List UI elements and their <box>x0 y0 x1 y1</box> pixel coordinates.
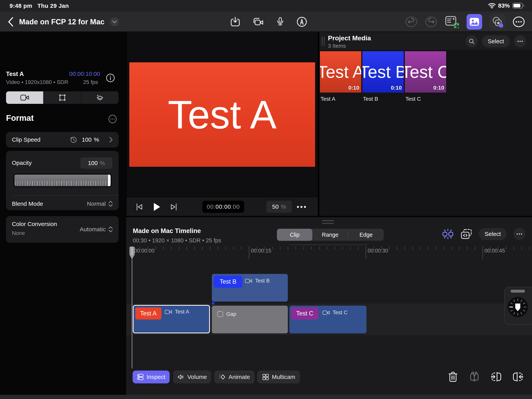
jog-wheel-widget[interactable] <box>504 287 532 325</box>
opacity-slider[interactable] <box>14 174 111 187</box>
updown-chevrons-icon <box>108 201 113 207</box>
project-sync-icon[interactable] <box>445 16 459 28</box>
video-frame[interactable]: Test A <box>129 62 315 167</box>
animate-keyframe-icon <box>219 373 226 381</box>
timeline-panel: Made on Mac Timeline 00:30 • 1920 × 1080… <box>126 217 532 395</box>
clip-connector-dot <box>212 302 214 304</box>
clip-name: Test C <box>333 309 348 316</box>
delete-icon[interactable] <box>448 371 458 382</box>
wifi-icon <box>488 3 496 9</box>
undo-icon[interactable] <box>405 16 418 27</box>
more-menu-icon[interactable] <box>513 16 525 27</box>
timeline-ruler[interactable] <box>132 247 532 250</box>
viewer-timecode[interactable]: 00:00:00:00 <box>202 201 244 213</box>
project-menu-button[interactable] <box>110 17 119 26</box>
panel-drag-handle[interactable] <box>322 37 325 46</box>
date: Thu 29 Jan <box>37 3 69 9</box>
media-item-test-a[interactable]: Test A 0:10 <box>320 51 361 93</box>
search-icon[interactable] <box>466 35 478 47</box>
timeline-clip-test-c[interactable]: Test C Test C <box>289 306 367 333</box>
viewer-zoom-value: 50 <box>272 203 279 210</box>
titles-effects-button[interactable] <box>489 14 505 30</box>
clip-name: Gap <box>226 311 236 317</box>
ruler-label: 00:00:45 <box>482 248 505 254</box>
tab-video[interactable] <box>6 91 44 104</box>
clip-speed-unit: % <box>94 136 99 143</box>
timeline-clip-gap[interactable]: Gap <box>212 306 288 333</box>
inspector-tabs <box>6 91 119 104</box>
redo-icon[interactable] <box>425 16 437 27</box>
volume-button[interactable]: Volume <box>173 371 211 383</box>
timeline-more-icon[interactable] <box>513 228 525 240</box>
tab-effects[interactable] <box>81 91 119 104</box>
media-item-label: Test C <box>405 96 421 102</box>
color-conversion-value[interactable]: Automatic <box>80 226 106 233</box>
clip-speed-card[interactable]: Clip Speed 100 % <box>6 132 119 148</box>
clock: 9:48 pm <box>10 3 32 9</box>
timeline-clip-test-b[interactable]: Test B Test B <box>212 274 288 302</box>
play-icon[interactable] <box>152 202 161 212</box>
back-icon[interactable] <box>8 17 14 27</box>
clip-name: Test A <box>175 309 189 315</box>
media-more-icon[interactable] <box>514 35 526 47</box>
blend-mode-label: Blend Mode <box>12 200 43 207</box>
inspect-button[interactable]: Inspect <box>133 371 170 383</box>
pencil-tool-icon[interactable] <box>296 16 307 27</box>
updown-chevrons-icon <box>108 226 113 232</box>
tab-transform[interactable] <box>44 91 81 104</box>
inspect-icon <box>137 373 144 380</box>
project-media-header: Project Media 3 Items Select <box>319 32 532 51</box>
gap-icon <box>217 311 223 317</box>
split-scissors-icon[interactable] <box>469 371 480 382</box>
inspector-clip-duration: 00:00:10:00 <box>68 71 100 77</box>
divider <box>12 195 119 196</box>
fcp-ipad-app: 9:48 pmThu 29 Jan 83% <box>0 0 532 399</box>
battery-icon <box>512 3 524 9</box>
info-icon[interactable] <box>106 73 115 83</box>
mode-range[interactable]: Range <box>312 229 348 241</box>
viewer-more-icon[interactable] <box>296 204 306 210</box>
project-title[interactable]: Made on FCP 12 for Mac <box>19 18 105 26</box>
media-item-test-c[interactable]: Test C 0:10 <box>405 51 446 93</box>
opacity-unit: % <box>100 160 105 166</box>
media-item-label: Test B <box>363 96 378 102</box>
animate-button[interactable]: Animate <box>214 371 254 383</box>
project-media-panel: Project Media 3 Items Select Test A 0:10 <box>319 32 532 216</box>
project-media-count: 3 Items <box>328 43 346 49</box>
viewer-zoom-field[interactable]: 50 % <box>266 201 292 213</box>
record-video-icon[interactable] <box>252 16 264 27</box>
viewer-panel: Test A 00:00:00:00 <box>127 32 318 216</box>
opacity-value-field[interactable]: 100 % <box>80 157 112 169</box>
media-select-button[interactable]: Select <box>482 35 510 47</box>
clip-speed-value: 100 <box>82 136 92 143</box>
playhead-line <box>132 247 132 368</box>
mode-edge[interactable]: Edge <box>348 229 384 241</box>
timeline-clip-test-a[interactable]: Test A Test A <box>133 305 210 333</box>
next-frame-icon[interactable] <box>170 203 177 211</box>
playhead-handle[interactable] <box>129 247 134 259</box>
insert-clip-icon[interactable] <box>491 372 502 382</box>
multicam-button[interactable]: Multicam <box>257 371 300 383</box>
opacity-slider-handle[interactable] <box>108 174 111 186</box>
mode-clip[interactable]: Clip <box>277 229 312 241</box>
overwrite-clip-icon[interactable] <box>513 372 523 382</box>
format-more-icon[interactable] <box>108 115 117 123</box>
split-clip-icon[interactable] <box>442 229 454 239</box>
media-item-test-b[interactable]: Test B 0:10 <box>362 51 404 93</box>
opacity-value: 100 <box>88 160 98 166</box>
blend-mode-value[interactable]: Normal <box>87 200 106 207</box>
camera-icon <box>245 278 252 283</box>
timeline-select-button[interactable]: Select <box>479 228 507 240</box>
opacity-card: Opacity 100 % Blend Mode Normal <box>6 151 119 210</box>
trim-overwrite-icon[interactable] <box>461 229 472 239</box>
previous-frame-icon[interactable] <box>136 203 143 211</box>
camera-icon <box>323 310 330 315</box>
import-media-icon[interactable] <box>230 16 241 27</box>
browser-photos-button[interactable] <box>467 14 482 30</box>
record-audio-icon[interactable] <box>275 16 285 27</box>
ruler-label: 00:00:00 <box>132 248 154 254</box>
inspector-clip-meta: Video • 1920x1080 • SDR <box>6 79 68 85</box>
timeline-drag-handle[interactable] <box>322 220 334 225</box>
camera-icon <box>165 309 172 315</box>
jog-drag-handle[interactable] <box>511 290 525 293</box>
